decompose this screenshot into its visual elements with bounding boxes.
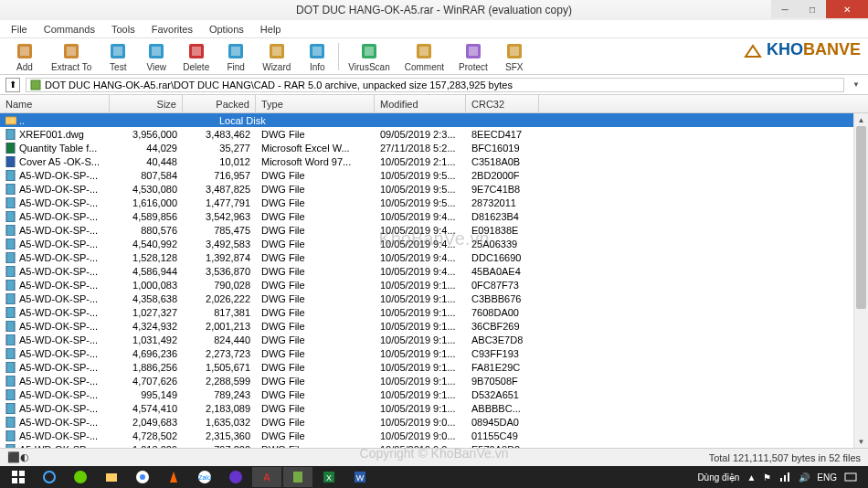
extract-button[interactable]: Extract To bbox=[44, 39, 99, 74]
path-field[interactable]: DOT DUC HANG-OK-A5.rar\DOT DUC HANG\CAD … bbox=[26, 78, 844, 92]
file-name: Quantity Table f... bbox=[19, 143, 97, 154]
menu-tools[interactable]: Tools bbox=[104, 22, 143, 37]
file-row[interactable]: A5-WD-OK-SP-...4,707,6262,288,599DWG Fil… bbox=[0, 374, 868, 387]
scroll-down-icon[interactable]: ▼ bbox=[854, 435, 868, 448]
file-type: DWG File bbox=[256, 307, 375, 318]
tray-up-icon[interactable]: ▲ bbox=[746, 472, 756, 483]
file-crc: ABBBBC... bbox=[466, 403, 539, 414]
file-row[interactable]: A5-WD-OK-SP-...4,728,5022,315,360DWG Fil… bbox=[0, 429, 868, 442]
file-row[interactable]: A5-WD-OK-SP-...4,574,4102,183,089DWG Fil… bbox=[0, 401, 868, 415]
file-packed: 2,026,222 bbox=[183, 293, 256, 304]
view-button[interactable]: View bbox=[137, 39, 175, 74]
file-row[interactable]: A5-WD-OK-SP-...1,616,0001,477,791DWG Fil… bbox=[0, 196, 868, 209]
power-status[interactable]: Dùng điện bbox=[697, 472, 739, 483]
sfx-button[interactable]: SFX bbox=[495, 39, 534, 74]
tray-volume-icon[interactable]: 🔊 bbox=[799, 472, 810, 483]
tool-label: Add bbox=[16, 62, 33, 72]
file-modified: 10/05/2019 9:4... bbox=[375, 266, 466, 277]
col-size[interactable]: Size bbox=[110, 95, 183, 112]
task-word-icon[interactable]: W bbox=[345, 467, 375, 487]
parent-row[interactable]: .. Local Disk bbox=[0, 113, 868, 127]
file-size: 1,027,327 bbox=[110, 307, 183, 318]
file-type: DWG File bbox=[256, 239, 375, 249]
col-crc[interactable]: CRC32 bbox=[466, 95, 539, 112]
up-button[interactable]: ⬆ bbox=[5, 78, 20, 92]
file-row[interactable]: Cover A5 -OK-S...40,44810,012Microsoft W… bbox=[0, 154, 868, 168]
file-row[interactable]: A5-WD-OK-SP-...880,576785,475DWG File10/… bbox=[0, 223, 868, 237]
extract-icon bbox=[61, 41, 81, 61]
file-row[interactable]: A5-WD-OK-SP-...2,049,6831,635,032DWG Fil… bbox=[0, 415, 868, 429]
file-size: 1,886,256 bbox=[110, 362, 183, 373]
file-row[interactable]: A5-WD-OK-SP-...4,540,9923,492,583DWG Fil… bbox=[0, 237, 868, 250]
menu-help[interactable]: Help bbox=[253, 22, 289, 37]
file-icon bbox=[5, 184, 16, 195]
file-row[interactable]: A5-WD-OK-SP-...1,528,1281,392,874DWG Fil… bbox=[0, 250, 868, 264]
scroll-thumb[interactable] bbox=[856, 126, 866, 309]
file-row[interactable]: A5-WD-OK-SP-...807,584716,957DWG File10/… bbox=[0, 168, 868, 182]
file-row[interactable]: A5-WD-OK-SP-...4,696,2362,273,723DWG Fil… bbox=[0, 346, 868, 360]
comment-button[interactable]: Comment bbox=[397, 39, 451, 74]
file-row[interactable]: A5-WD-OK-SP-...4,586,9443,536,870DWG Fil… bbox=[0, 264, 868, 278]
info-button[interactable]: Info bbox=[298, 39, 336, 74]
close-button[interactable]: ✕ bbox=[826, 0, 868, 18]
tool-label: Info bbox=[310, 62, 325, 72]
file-packed: 716,957 bbox=[183, 170, 256, 181]
archive-icon bbox=[30, 80, 41, 90]
protect-button[interactable]: Protect bbox=[451, 39, 495, 74]
svg-point-61 bbox=[140, 474, 145, 480]
scrollbar[interactable]: ▲ ▼ bbox=[853, 113, 868, 448]
menu-options[interactable]: Options bbox=[202, 22, 251, 37]
test-button[interactable]: Test bbox=[99, 39, 137, 74]
col-name[interactable]: Name bbox=[0, 95, 110, 112]
find-button[interactable]: Find bbox=[217, 39, 255, 74]
file-type: DWG File bbox=[256, 211, 375, 222]
start-button[interactable] bbox=[4, 467, 33, 487]
file-row[interactable]: XREF001.dwg3,956,0003,483,462DWG File09/… bbox=[0, 127, 868, 141]
delete-button[interactable]: Delete bbox=[175, 39, 217, 74]
minimize-button[interactable]: ─ bbox=[771, 0, 799, 18]
menu-file[interactable]: File bbox=[4, 22, 35, 37]
file-row[interactable]: A5-WD-OK-SP-...995,149789,243DWG File10/… bbox=[0, 387, 868, 401]
task-explorer-icon[interactable] bbox=[97, 467, 126, 487]
add-button[interactable]: Add bbox=[5, 39, 44, 74]
file-crc: C3BBB676 bbox=[466, 293, 539, 304]
file-row[interactable]: A5-WD-OK-SP-...4,530,0803,487,825DWG Fil… bbox=[0, 182, 868, 196]
file-row[interactable]: A5-WD-OK-SP-...1,000,083790,028DWG File1… bbox=[0, 278, 868, 292]
file-row[interactable]: A5-WD-OK-SP-...4,589,8563,542,963DWG Fil… bbox=[0, 209, 868, 223]
task-winrar-icon[interactable] bbox=[283, 467, 312, 487]
tray-lang[interactable]: ENG bbox=[817, 472, 837, 483]
wizard-button[interactable]: Wizard bbox=[255, 39, 298, 74]
task-zalo-icon[interactable]: Zalo bbox=[190, 467, 219, 487]
task-autocad-icon[interactable]: A bbox=[252, 467, 281, 487]
file-row[interactable]: A5-WD-OK-SP-...1,031,492824,440DWG File1… bbox=[0, 333, 868, 346]
task-vlc-icon[interactable] bbox=[159, 467, 188, 487]
maximize-button[interactable]: □ bbox=[799, 0, 826, 18]
file-row[interactable]: A5-WD-OK-SP-...4,358,6382,026,222DWG Fil… bbox=[0, 292, 868, 305]
menu-commands[interactable]: Commands bbox=[37, 22, 102, 37]
task-chrome-icon[interactable] bbox=[128, 467, 157, 487]
svg-point-57 bbox=[44, 472, 55, 483]
file-icon bbox=[5, 129, 16, 140]
col-modified[interactable]: Modified bbox=[375, 95, 466, 112]
file-row[interactable]: A5-WD-OK-SP-...1,027,327817,381DWG File1… bbox=[0, 305, 868, 319]
file-row[interactable]: Quantity Table f...44,02935,277Microsoft… bbox=[0, 141, 868, 154]
col-type[interactable]: Type bbox=[256, 95, 375, 112]
scroll-up-icon[interactable]: ▲ bbox=[854, 113, 868, 126]
tray-flag-icon[interactable]: ⚑ bbox=[763, 472, 771, 483]
file-row[interactable]: A5-WD-OK-SP-...1,886,2561,505,671DWG Fil… bbox=[0, 360, 868, 374]
menu-favorites[interactable]: Favorites bbox=[144, 22, 200, 37]
delete-icon bbox=[186, 41, 206, 61]
task-app-icon[interactable] bbox=[221, 467, 250, 487]
file-icon bbox=[5, 225, 16, 236]
path-dropdown[interactable]: ▼ bbox=[850, 80, 863, 89]
file-row[interactable]: A5-WD-OK-SP-...4,324,9322,001,213DWG Fil… bbox=[0, 319, 868, 333]
tray-network-icon[interactable] bbox=[778, 471, 791, 483]
virus-button[interactable]: VirusScan bbox=[341, 39, 397, 74]
task-utorrent-icon[interactable] bbox=[66, 467, 95, 487]
file-packed: 2,288,599 bbox=[183, 376, 256, 387]
col-packed[interactable]: Packed bbox=[183, 95, 256, 112]
file-list[interactable]: .. Local Disk XREF001.dwg3,956,0003,483,… bbox=[0, 113, 868, 461]
task-excel-icon[interactable]: X bbox=[314, 467, 344, 487]
task-ie-icon[interactable] bbox=[35, 467, 64, 487]
tray-keyboard-icon[interactable] bbox=[844, 471, 857, 483]
